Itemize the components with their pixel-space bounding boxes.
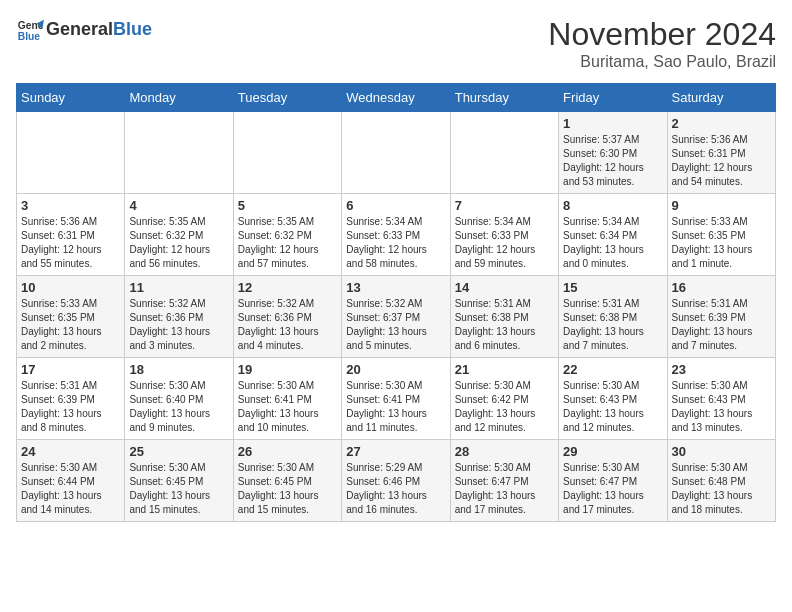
day-number: 13 bbox=[346, 280, 445, 295]
day-number: 30 bbox=[672, 444, 771, 459]
day-number: 14 bbox=[455, 280, 554, 295]
day-number: 18 bbox=[129, 362, 228, 377]
day-info: Sunrise: 5:30 AM Sunset: 6:45 PM Dayligh… bbox=[129, 461, 228, 517]
day-info: Sunrise: 5:30 AM Sunset: 6:42 PM Dayligh… bbox=[455, 379, 554, 435]
day-number: 26 bbox=[238, 444, 337, 459]
calendar-cell: 5Sunrise: 5:35 AM Sunset: 6:32 PM Daylig… bbox=[233, 194, 341, 276]
calendar-cell: 23Sunrise: 5:30 AM Sunset: 6:43 PM Dayli… bbox=[667, 358, 775, 440]
day-number: 4 bbox=[129, 198, 228, 213]
day-info: Sunrise: 5:34 AM Sunset: 6:33 PM Dayligh… bbox=[346, 215, 445, 271]
day-number: 28 bbox=[455, 444, 554, 459]
calendar-week-row: 3Sunrise: 5:36 AM Sunset: 6:31 PM Daylig… bbox=[17, 194, 776, 276]
day-info: Sunrise: 5:31 AM Sunset: 6:39 PM Dayligh… bbox=[672, 297, 771, 353]
calendar-week-row: 1Sunrise: 5:37 AM Sunset: 6:30 PM Daylig… bbox=[17, 112, 776, 194]
day-number: 11 bbox=[129, 280, 228, 295]
calendar-cell: 19Sunrise: 5:30 AM Sunset: 6:41 PM Dayli… bbox=[233, 358, 341, 440]
day-number: 9 bbox=[672, 198, 771, 213]
calendar-cell: 2Sunrise: 5:36 AM Sunset: 6:31 PM Daylig… bbox=[667, 112, 775, 194]
day-info: Sunrise: 5:34 AM Sunset: 6:34 PM Dayligh… bbox=[563, 215, 662, 271]
day-number: 15 bbox=[563, 280, 662, 295]
day-number: 17 bbox=[21, 362, 120, 377]
day-number: 20 bbox=[346, 362, 445, 377]
day-number: 21 bbox=[455, 362, 554, 377]
weekday-header: Sunday bbox=[17, 84, 125, 112]
weekday-header: Wednesday bbox=[342, 84, 450, 112]
day-info: Sunrise: 5:30 AM Sunset: 6:47 PM Dayligh… bbox=[563, 461, 662, 517]
calendar-header-row: SundayMondayTuesdayWednesdayThursdayFrid… bbox=[17, 84, 776, 112]
calendar-cell: 15Sunrise: 5:31 AM Sunset: 6:38 PM Dayli… bbox=[559, 276, 667, 358]
day-number: 23 bbox=[672, 362, 771, 377]
day-info: Sunrise: 5:35 AM Sunset: 6:32 PM Dayligh… bbox=[238, 215, 337, 271]
day-info: Sunrise: 5:33 AM Sunset: 6:35 PM Dayligh… bbox=[21, 297, 120, 353]
day-info: Sunrise: 5:30 AM Sunset: 6:47 PM Dayligh… bbox=[455, 461, 554, 517]
day-info: Sunrise: 5:30 AM Sunset: 6:44 PM Dayligh… bbox=[21, 461, 120, 517]
day-number: 1 bbox=[563, 116, 662, 131]
day-number: 25 bbox=[129, 444, 228, 459]
calendar-cell bbox=[233, 112, 341, 194]
calendar-cell: 13Sunrise: 5:32 AM Sunset: 6:37 PM Dayli… bbox=[342, 276, 450, 358]
day-info: Sunrise: 5:30 AM Sunset: 6:43 PM Dayligh… bbox=[563, 379, 662, 435]
day-info: Sunrise: 5:30 AM Sunset: 6:45 PM Dayligh… bbox=[238, 461, 337, 517]
calendar-cell: 16Sunrise: 5:31 AM Sunset: 6:39 PM Dayli… bbox=[667, 276, 775, 358]
calendar-cell: 25Sunrise: 5:30 AM Sunset: 6:45 PM Dayli… bbox=[125, 440, 233, 522]
calendar-week-row: 10Sunrise: 5:33 AM Sunset: 6:35 PM Dayli… bbox=[17, 276, 776, 358]
day-number: 10 bbox=[21, 280, 120, 295]
day-info: Sunrise: 5:31 AM Sunset: 6:39 PM Dayligh… bbox=[21, 379, 120, 435]
weekday-header: Saturday bbox=[667, 84, 775, 112]
day-info: Sunrise: 5:35 AM Sunset: 6:32 PM Dayligh… bbox=[129, 215, 228, 271]
day-number: 16 bbox=[672, 280, 771, 295]
title-block: November 2024 Buritama, Sao Paulo, Brazi… bbox=[548, 16, 776, 71]
calendar-cell: 3Sunrise: 5:36 AM Sunset: 6:31 PM Daylig… bbox=[17, 194, 125, 276]
day-info: Sunrise: 5:30 AM Sunset: 6:40 PM Dayligh… bbox=[129, 379, 228, 435]
day-info: Sunrise: 5:34 AM Sunset: 6:33 PM Dayligh… bbox=[455, 215, 554, 271]
day-number: 24 bbox=[21, 444, 120, 459]
calendar-cell: 29Sunrise: 5:30 AM Sunset: 6:47 PM Dayli… bbox=[559, 440, 667, 522]
day-info: Sunrise: 5:30 AM Sunset: 6:41 PM Dayligh… bbox=[346, 379, 445, 435]
calendar-cell: 6Sunrise: 5:34 AM Sunset: 6:33 PM Daylig… bbox=[342, 194, 450, 276]
calendar-cell: 27Sunrise: 5:29 AM Sunset: 6:46 PM Dayli… bbox=[342, 440, 450, 522]
day-info: Sunrise: 5:37 AM Sunset: 6:30 PM Dayligh… bbox=[563, 133, 662, 189]
weekday-header: Friday bbox=[559, 84, 667, 112]
calendar-table: SundayMondayTuesdayWednesdayThursdayFrid… bbox=[16, 83, 776, 522]
day-info: Sunrise: 5:29 AM Sunset: 6:46 PM Dayligh… bbox=[346, 461, 445, 517]
day-number: 19 bbox=[238, 362, 337, 377]
calendar-cell: 20Sunrise: 5:30 AM Sunset: 6:41 PM Dayli… bbox=[342, 358, 450, 440]
day-info: Sunrise: 5:36 AM Sunset: 6:31 PM Dayligh… bbox=[21, 215, 120, 271]
logo-general-text: General bbox=[46, 19, 113, 39]
weekday-header: Thursday bbox=[450, 84, 558, 112]
day-info: Sunrise: 5:32 AM Sunset: 6:37 PM Dayligh… bbox=[346, 297, 445, 353]
calendar-cell: 12Sunrise: 5:32 AM Sunset: 6:36 PM Dayli… bbox=[233, 276, 341, 358]
calendar-cell: 8Sunrise: 5:34 AM Sunset: 6:34 PM Daylig… bbox=[559, 194, 667, 276]
calendar-cell: 28Sunrise: 5:30 AM Sunset: 6:47 PM Dayli… bbox=[450, 440, 558, 522]
day-info: Sunrise: 5:30 AM Sunset: 6:43 PM Dayligh… bbox=[672, 379, 771, 435]
day-number: 12 bbox=[238, 280, 337, 295]
svg-text:Blue: Blue bbox=[18, 31, 41, 42]
weekday-header: Tuesday bbox=[233, 84, 341, 112]
weekday-header: Monday bbox=[125, 84, 233, 112]
calendar-cell: 24Sunrise: 5:30 AM Sunset: 6:44 PM Dayli… bbox=[17, 440, 125, 522]
calendar-week-row: 24Sunrise: 5:30 AM Sunset: 6:44 PM Dayli… bbox=[17, 440, 776, 522]
calendar-cell: 21Sunrise: 5:30 AM Sunset: 6:42 PM Dayli… bbox=[450, 358, 558, 440]
day-number: 8 bbox=[563, 198, 662, 213]
day-number: 29 bbox=[563, 444, 662, 459]
day-info: Sunrise: 5:30 AM Sunset: 6:48 PM Dayligh… bbox=[672, 461, 771, 517]
calendar-cell: 1Sunrise: 5:37 AM Sunset: 6:30 PM Daylig… bbox=[559, 112, 667, 194]
calendar-cell bbox=[125, 112, 233, 194]
day-info: Sunrise: 5:32 AM Sunset: 6:36 PM Dayligh… bbox=[129, 297, 228, 353]
logo-blue-text: Blue bbox=[113, 19, 152, 39]
day-number: 7 bbox=[455, 198, 554, 213]
calendar-cell bbox=[450, 112, 558, 194]
day-number: 6 bbox=[346, 198, 445, 213]
calendar-cell: 14Sunrise: 5:31 AM Sunset: 6:38 PM Dayli… bbox=[450, 276, 558, 358]
day-info: Sunrise: 5:31 AM Sunset: 6:38 PM Dayligh… bbox=[455, 297, 554, 353]
month-title: November 2024 bbox=[548, 16, 776, 53]
day-number: 3 bbox=[21, 198, 120, 213]
calendar-cell: 9Sunrise: 5:33 AM Sunset: 6:35 PM Daylig… bbox=[667, 194, 775, 276]
day-number: 5 bbox=[238, 198, 337, 213]
page-header: General Blue GeneralBlue November 2024 B… bbox=[16, 16, 776, 71]
logo-icon: General Blue bbox=[16, 16, 44, 44]
calendar-cell: 17Sunrise: 5:31 AM Sunset: 6:39 PM Dayli… bbox=[17, 358, 125, 440]
calendar-cell bbox=[17, 112, 125, 194]
day-info: Sunrise: 5:36 AM Sunset: 6:31 PM Dayligh… bbox=[672, 133, 771, 189]
day-number: 22 bbox=[563, 362, 662, 377]
